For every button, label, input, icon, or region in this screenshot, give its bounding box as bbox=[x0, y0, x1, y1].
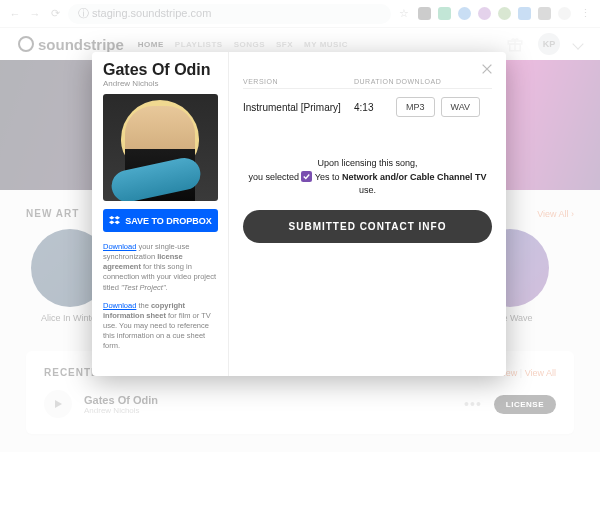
download-wav-button[interactable]: WAV bbox=[441, 97, 481, 117]
license-text-2: Download the copyright information sheet… bbox=[103, 301, 217, 352]
dropbox-label: SAVE TO DROPBOX bbox=[125, 216, 212, 226]
table-row: Instrumental [Primary] 4:13 MP3 WAV bbox=[243, 89, 492, 125]
close-icon bbox=[480, 62, 494, 76]
download-copyright-link[interactable]: Download bbox=[103, 301, 136, 310]
modal-title: Gates Of Odin bbox=[103, 61, 217, 79]
modal-author: Andrew Nichols bbox=[103, 79, 217, 88]
table-header: VERSION DURATION DOWNLOAD bbox=[243, 78, 492, 89]
check-icon bbox=[301, 171, 312, 182]
col-version: VERSION bbox=[243, 78, 354, 85]
dropbox-icon bbox=[109, 215, 120, 226]
license-modal: Gates Of Odin Andrew Nichols SAVE TO DRO… bbox=[92, 52, 506, 376]
modal-left: Gates Of Odin Andrew Nichols SAVE TO DRO… bbox=[92, 52, 229, 376]
download-mp3-button[interactable]: MP3 bbox=[396, 97, 435, 117]
close-button[interactable] bbox=[478, 60, 496, 78]
modal-right: VERSION DURATION DOWNLOAD Instrumental [… bbox=[229, 52, 506, 376]
svg-rect-2 bbox=[301, 171, 312, 182]
license-text-1: Download your single-use synchronization… bbox=[103, 242, 217, 293]
song-cover bbox=[103, 94, 218, 201]
save-dropbox-button[interactable]: SAVE TO DROPBOX bbox=[103, 209, 218, 232]
submitted-button[interactable]: SUBMITTED CONTACT INFO bbox=[243, 210, 492, 243]
col-download: DOWNLOAD bbox=[396, 78, 492, 85]
duration-value: 4:13 bbox=[354, 102, 396, 113]
licensing-notice: Upon licensing this song, you selected Y… bbox=[243, 157, 492, 198]
col-duration: DURATION bbox=[354, 78, 396, 85]
version-value: Instrumental [Primary] bbox=[243, 102, 354, 113]
download-license-link[interactable]: Download bbox=[103, 242, 136, 251]
